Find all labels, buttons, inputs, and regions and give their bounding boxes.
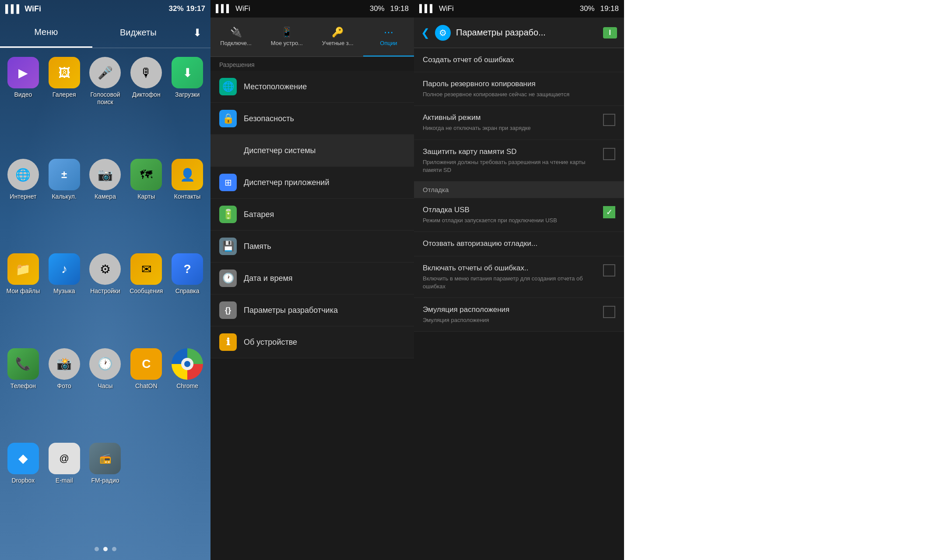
app-label-voice: Голосовой поиск xyxy=(87,91,124,106)
app-icon-clock: 🕐 xyxy=(89,348,121,380)
settings-item-about[interactable]: ℹ Об устройстве xyxy=(210,326,414,358)
app-camera[interactable]: 📷 Камера xyxy=(87,159,124,250)
settings-item-security[interactable]: 🔒 Безопасность xyxy=(210,103,414,135)
protect-sd-checkbox[interactable] xyxy=(603,148,615,160)
location-icon: 🌐 xyxy=(219,78,237,95)
app-fm[interactable]: 📻 FM-радио xyxy=(87,443,124,534)
tab-accounts[interactable]: 🔑 Учетные з... xyxy=(312,18,363,56)
usb-debug-checkbox[interactable]: ✓ xyxy=(603,206,615,218)
settings-item-location[interactable]: 🌐 Местоположение xyxy=(210,71,414,103)
dev-item-revoke-debug[interactable]: Отозвать авторизацию отладки... xyxy=(414,232,624,256)
dev-header: ❮ ⚙ Параметры разрабо... I xyxy=(414,18,624,48)
dev-battery: 30% xyxy=(580,4,595,13)
dev-item-mock-location[interactable]: Эмуляция расположения Эмуляция расположе… xyxy=(414,298,624,332)
app-internet[interactable]: 🌐 Интернет xyxy=(4,159,42,250)
tab-device[interactable]: 📱 Мое устро... xyxy=(261,18,312,56)
settings-item-app-manager[interactable]: ⊞ Диспетчер приложений xyxy=(210,167,414,199)
app-dictophone[interactable]: 🎙 Диктофон xyxy=(127,57,165,155)
signal-icon: ▌▌▌ xyxy=(5,4,22,14)
app-video[interactable]: ▶ Видео xyxy=(4,57,42,155)
app-maps[interactable]: 🗺 Карты xyxy=(127,159,165,250)
active-mode-checkbox[interactable] xyxy=(603,114,615,126)
app-email[interactable]: @ E-mail xyxy=(46,443,83,534)
app-label-calc: Калькул. xyxy=(52,193,76,200)
settings-item-devtools[interactable]: {} Параметры разработчика xyxy=(210,294,414,326)
dev-status-left: ▌▌▌ WiFi xyxy=(419,4,454,13)
app-clock[interactable]: 🕐 Часы xyxy=(87,348,124,439)
app-icon-internet: 🌐 xyxy=(7,159,39,190)
dev-settings-icon: ⚙ xyxy=(435,25,451,41)
tab-download-button[interactable]: ⬇ xyxy=(184,18,210,48)
back-button[interactable]: ❮ xyxy=(421,27,430,39)
app-help[interactable]: ? Справка xyxy=(168,253,206,344)
dot-2[interactable] xyxy=(112,547,116,551)
app-photos[interactable]: 📸 Фото xyxy=(46,348,83,439)
app-label-downloads: Загрузки xyxy=(175,91,200,98)
location-label: Местоположение xyxy=(244,82,307,91)
app-label-photos: Фото xyxy=(57,382,71,390)
dev-item-bug-report[interactable]: Создать отчет об ошибках xyxy=(414,48,624,72)
tab-options[interactable]: ⋯ Опции xyxy=(363,18,414,56)
app-dropbox[interactable]: ◆ Dropbox xyxy=(4,443,42,534)
tab-connection[interactable]: 🔌 Подключе... xyxy=(210,18,261,56)
dev-item-active-mode[interactable]: Активный режим Никогда не отключать экра… xyxy=(414,106,624,140)
status-left-icons: ▌▌▌ WiFi xyxy=(5,4,41,14)
app-icon-voice: 🎤 xyxy=(89,57,121,88)
app-settings[interactable]: ⚙ Настройки xyxy=(87,253,124,344)
error-reports-checkbox[interactable] xyxy=(603,264,615,276)
security-icon: 🔒 xyxy=(219,110,237,127)
tab-widgets[interactable]: Виджеты xyxy=(92,18,185,48)
usb-debug-desc: Режим отладки запускается при подключени… xyxy=(423,217,598,224)
battery-icon: 🔋 xyxy=(219,206,237,223)
devtools-icon: {} xyxy=(219,301,237,319)
app-icon-calc: ± xyxy=(49,159,80,190)
app-icon-dictophone: 🎙 xyxy=(130,57,162,88)
settings-signal-icon: ▌▌▌ xyxy=(216,4,231,13)
dev-item-usb-debug[interactable]: Отладка USB Режим отладки запускается пр… xyxy=(414,198,624,232)
usb-debug-title: Отладка USB xyxy=(423,205,598,215)
status-bar-dev: ▌▌▌ WiFi 30% 19:18 xyxy=(414,0,624,18)
app-voice[interactable]: 🎤 Голосовой поиск xyxy=(87,57,124,155)
app-chaton[interactable]: C ChatON xyxy=(127,348,165,439)
dev-toggle[interactable]: I xyxy=(603,27,617,38)
app-messages[interactable]: ✉ Сообщения xyxy=(127,253,165,344)
app-chrome[interactable]: Chrome xyxy=(168,348,206,439)
dev-item-error-reports[interactable]: Включать отчеты об ошибках.. Включить в … xyxy=(414,256,624,298)
tab-options-label: Опции xyxy=(380,40,397,46)
app-gallery[interactable]: 🖼 Галерея xyxy=(46,57,83,155)
app-icon-settings: ⚙ xyxy=(89,253,121,285)
app-music[interactable]: ♪ Музыка xyxy=(46,253,83,344)
dot-0[interactable] xyxy=(95,547,99,551)
mock-location-checkbox[interactable] xyxy=(603,306,615,318)
app-contacts[interactable]: 👤 Контакты xyxy=(168,159,206,250)
app-calc[interactable]: ± Калькул. xyxy=(46,159,83,250)
settings-item-datetime[interactable]: 🕐 Дата и время xyxy=(210,262,414,294)
app-label-email: E-mail xyxy=(56,477,73,484)
app-downloads[interactable]: ⬇ Загрузки xyxy=(168,57,206,155)
tab-device-label: Мое устро... xyxy=(271,40,303,46)
about-label: Об устройстве xyxy=(244,338,297,347)
app-myfiles[interactable]: 📁 Мои файлы xyxy=(4,253,42,344)
developer-options-screen: ▌▌▌ WiFi 30% 19:18 ❮ ⚙ Параметры разрабо… xyxy=(414,0,624,560)
dev-items-list: Создать отчет об ошибках Пароль резервно… xyxy=(414,48,624,560)
app-label-gallery: Галерея xyxy=(53,91,76,98)
app-icon-music: ♪ xyxy=(49,253,80,285)
backup-pass-desc: Полное резервное копирование сейчас не з… xyxy=(423,91,615,98)
app-icon-downloads: ⬇ xyxy=(172,57,203,88)
settings-status-right: 30% 19:18 xyxy=(370,4,409,13)
settings-item-battery[interactable]: 🔋 Батарея xyxy=(210,199,414,231)
app-icon-help: ? xyxy=(172,253,203,285)
settings-item-system-manager[interactable]: Диспетчер системы xyxy=(210,135,414,167)
dev-item-protect-sd[interactable]: Защитить карту памяти SD Приложения долж… xyxy=(414,140,624,182)
dot-1[interactable] xyxy=(103,547,108,551)
datetime-icon: 🕐 xyxy=(219,270,237,287)
app-label-dropbox: Dropbox xyxy=(11,477,35,484)
tab-menu[interactable]: Меню xyxy=(0,18,92,48)
app-phone[interactable]: 📞 Телефон xyxy=(4,348,42,439)
app-label-clock: Часы xyxy=(98,382,112,390)
home-tab-bar: Меню Виджеты ⬇ xyxy=(0,18,210,48)
revoke-debug-title: Отозвать авторизацию отладки... xyxy=(423,239,615,248)
devtools-label: Параметры разработчика xyxy=(244,306,338,315)
settings-item-memory[interactable]: 💾 Память xyxy=(210,231,414,262)
dev-item-backup-pass[interactable]: Пароль резервного копирования Полное рез… xyxy=(414,72,624,106)
